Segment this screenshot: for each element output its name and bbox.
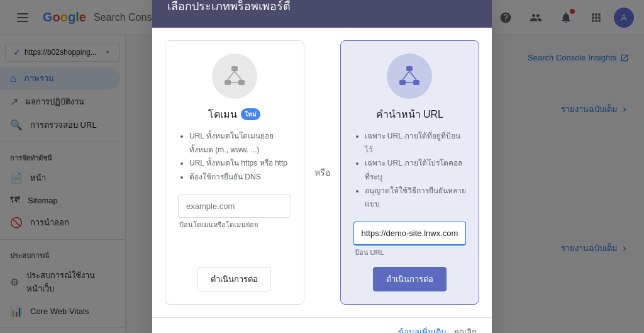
svg-rect-9 (406, 66, 413, 71)
dialog-body: โดเมน ใหม่ URL ทั้งหมดในโดเมนย่อยทั้งหมด… (152, 28, 492, 317)
domain-panel-title: โดเมน ใหม่ (208, 106, 260, 122)
svg-line-6 (228, 71, 235, 80)
svg-line-12 (402, 71, 409, 80)
cancel-button[interactable]: ยกเลิก (454, 325, 477, 333)
url-icon-wrap (387, 54, 432, 99)
property-type-dialog: เลือกประเภทพร็อพเพอร์ตี้ โดเมน (152, 0, 492, 333)
svg-rect-3 (231, 66, 238, 71)
url-panel-title: คำนำหน้า URL (376, 106, 443, 122)
url-continue-button[interactable]: ดำเนินการต่อ (373, 267, 447, 291)
domain-panel-bullets: URL ทั้งหมดในโดเมนย่อยทั้งหมด (m., www. … (178, 130, 291, 184)
modal-overlay: เลือกประเภทพร็อพเพอร์ตี้ โดเมน (0, 0, 644, 333)
svg-line-7 (235, 71, 242, 80)
more-info-link[interactable]: ข้อมูลเพิ่มเติม (398, 325, 447, 333)
dialog-title: เลือกประเภทพร็อพเพอร์ตี้ (167, 0, 291, 13)
url-input-hint: ป้อน URL (353, 246, 467, 259)
svg-line-13 (409, 71, 416, 80)
domain-icon-wrap (212, 54, 257, 99)
url-panel[interactable]: คำนำหน้า URL เฉพาะ URL ภายใต้ที่อยู่ที่ป… (340, 40, 480, 305)
url-input-wrap: ป้อน URL (353, 222, 467, 259)
url-network-icon (397, 64, 422, 89)
dialog-or-divider: หรือ (304, 40, 340, 305)
domain-network-icon (222, 64, 247, 89)
domain-input[interactable] (178, 195, 291, 218)
domain-panel[interactable]: โดเมน ใหม่ URL ทั้งหมดในโดเมนย่อยทั้งหมด… (165, 40, 304, 305)
url-panel-bullets: เฉพาะ URL ภายใต้ที่อยู่ที่ป้อนไว้ เฉพาะ … (353, 130, 467, 212)
dialog-footer: ข้อมูลเพิ่มเติม ยกเลิก (152, 317, 492, 333)
url-input[interactable] (353, 222, 467, 246)
domain-input-wrap: ป้อนโดเมนหรือโดเมนย่อย (178, 195, 291, 232)
domain-input-hint: ป้อนโดเมนหรือโดเมนย่อย (178, 218, 291, 232)
new-badge: ใหม่ (241, 108, 260, 120)
dialog-header: เลือกประเภทพร็อพเพอร์ตี้ (152, 0, 492, 28)
domain-continue-button[interactable]: ดำเนินการต่อ (197, 267, 271, 291)
